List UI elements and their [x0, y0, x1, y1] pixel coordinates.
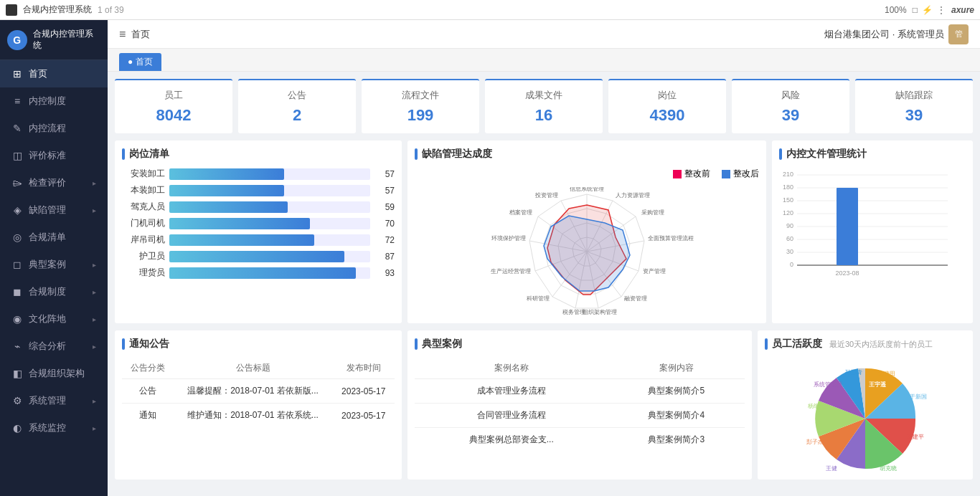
svg-text:孙乙青: 孙乙青	[845, 369, 862, 376]
stat-value-2: 199	[369, 106, 472, 125]
sidebar-label-jiancha-pingjia: 检查评价	[29, 176, 87, 189]
pos-bar-wrap-2	[169, 201, 370, 213]
main-layout: G 合规内控管理系统 ⊞ 首页 ≡ 内控制度 ✎ 内控流程 ◫ 评价标准 ⌲ 检…	[0, 20, 980, 496]
svg-text:于新国: 于新国	[910, 394, 927, 400]
file-stats-panel: 内控文件管理统计 210 180 150 120 90 60 30 0	[772, 140, 973, 323]
sidebar-icon-neikong-zhidu: ≡	[11, 95, 23, 107]
pos-bar-4	[169, 234, 314, 246]
sidebar-label-hegui-zuzhi: 合规组织架构	[29, 367, 96, 380]
logo-text: 合规内控管理系统	[33, 29, 100, 51]
svg-text:信息系统管理: 信息系统管理	[570, 187, 604, 192]
sidebar-logo: G 合规内控管理系统	[0, 20, 108, 60]
sidebar-item-dianxing-anli[interactable]: ◻ 典型案例 ▸	[0, 251, 108, 278]
svg-text:融资管理: 融资管理	[624, 295, 647, 302]
pos-bar-wrap-3	[169, 218, 370, 229]
sidebar-icon-pingjia-biaozhun: ◫	[11, 150, 23, 161]
sidebar-label-hegui-qingdan: 合规清单	[29, 231, 96, 244]
stat-card-1: 公告 2	[238, 79, 356, 133]
sidebar-label-pingjia-biaozhun: 评价标准	[29, 149, 96, 162]
tab-home[interactable]: ● 首页	[119, 53, 161, 71]
sidebar-item-home[interactable]: ⊞ 首页	[0, 60, 108, 87]
svg-text:系统管理员: 系统管理员	[814, 381, 842, 388]
legend-before-icon	[673, 170, 682, 178]
flash-icon[interactable]: ⚡	[922, 5, 933, 15]
sidebar-item-pingjia-biaozhun[interactable]: ◫ 评价标准	[0, 142, 108, 169]
pos-item-5: 护卫员 87	[122, 250, 395, 262]
sidebar-item-xitong-guanli[interactable]: ⚙ 系统管理 ▸	[0, 387, 108, 414]
pos-num-6: 93	[373, 268, 395, 278]
sidebar-item-zonghe-fenxi[interactable]: ⌁ 综合分析 ▸	[0, 333, 108, 360]
pos-num-5: 87	[373, 252, 395, 262]
sidebar-arrow-xitong-jiankong: ▸	[93, 424, 96, 432]
stat-card-5: 风险 39	[732, 79, 849, 133]
sidebar-arrow-wenhua-zhendi: ▸	[93, 315, 96, 323]
svg-text:王健: 王健	[826, 465, 837, 472]
activity-title-row: 员工活跃度 最近30天内活跃度前十的员工	[765, 338, 966, 350]
brand-logo: axure	[951, 5, 974, 15]
sidebar-item-hegui-zhidu[interactable]: ◼ 合规制度 ▸	[0, 278, 108, 305]
case-name-0: 成本管理业务流程	[415, 379, 608, 404]
sidebar-item-xitong-jiankong[interactable]: ◐ 系统监控 ▸	[0, 414, 108, 442]
sidebar-item-hegui-zuzhi[interactable]: ◧ 合规组织架构	[0, 360, 108, 387]
sidebar-item-neikong-zhidu[interactable]: ≡ 内控制度	[0, 87, 108, 115]
activity-panel: 员工活跃度 最近30天内活跃度前十的员工	[758, 330, 973, 480]
sidebar-icon-dianxing-anli: ◻	[11, 259, 23, 270]
stat-value-0: 8042	[122, 106, 225, 125]
activity-pie-chart: 刘晓田 于新国 王建平 胡克晓 王健 彭子杰 杨纲 系统管理员 孙乙青 王宇遥	[793, 358, 937, 472]
notice-date-0: 2023-05-17	[333, 379, 395, 404]
case-panel: 典型案例 案例名称 案例内容 成本管理业务流程 典型案例简介5 合同管理业务流程…	[407, 330, 752, 480]
sidebar-item-hegui-qingdan[interactable]: ◎ 合规清单	[0, 224, 108, 251]
notice-panel: 通知公告 公告分类 公告标题 发布时间 公告 温馨提醒：2018-07-01 若…	[115, 330, 402, 480]
case-content-1: 典型案例简介4	[608, 404, 745, 428]
window-controls[interactable]: □ ⚡ ⋮	[913, 5, 946, 15]
svg-text:90: 90	[786, 222, 793, 229]
svg-text:120: 120	[783, 209, 793, 216]
case-name-2: 典型案例总部资金支...	[415, 428, 608, 452]
pos-bar-wrap-6	[169, 267, 370, 279]
case-row-2: 典型案例总部资金支... 典型案例简介3	[415, 428, 745, 452]
breadcrumb: 首页	[131, 28, 150, 41]
svg-text:30: 30	[786, 248, 793, 255]
stat-label-0: 员工	[122, 89, 225, 102]
stat-value-6: 39	[862, 106, 966, 125]
sidebar-item-wenhua-zhendi[interactable]: ◉ 文化阵地 ▸	[0, 305, 108, 333]
stat-card-6: 缺陷跟踪 39	[855, 79, 973, 133]
pos-item-2: 驾克人员 59	[122, 201, 395, 213]
sidebar-item-jiancha-pingjia[interactable]: ⌲ 检查评价 ▸	[0, 169, 108, 196]
page-content: 员工 8042 公告 2 流程文件 199 成果文件 16 岗位 4390 风险…	[108, 72, 980, 496]
pos-item-1: 本装卸工 57	[122, 184, 395, 196]
defect-panel: 缺陷管理达成度 整改前 整改后	[407, 140, 766, 323]
notice-date-1: 2023-05-17	[333, 404, 395, 428]
sidebar-nav: ⊞ 首页 ≡ 内控制度 ✎ 内控流程 ◫ 评价标准 ⌲ 检查评价 ▸ ◈ 缺陷管…	[0, 60, 108, 442]
svg-text:胡克晓: 胡克晓	[880, 465, 897, 472]
case-title: 典型案例	[415, 338, 745, 350]
sidebar-item-quexian-guanli[interactable]: ◈ 缺陷管理 ▸	[0, 196, 108, 224]
pos-bar-6	[169, 267, 356, 279]
legend-after: 整改后	[722, 168, 759, 180]
svg-text:210: 210	[783, 171, 793, 178]
notice-col-date: 发布时间	[333, 358, 395, 379]
stat-card-2: 流程文件 199	[362, 79, 479, 133]
sidebar-icon-hegui-zuzhi: ◧	[11, 368, 23, 379]
sidebar-item-neikong-liucheng[interactable]: ✎ 内控流程	[0, 115, 108, 142]
stats-row: 员工 8042 公告 2 流程文件 199 成果文件 16 岗位 4390 风险…	[115, 79, 973, 133]
hamburger-icon[interactable]: ≡	[119, 28, 126, 41]
user-avatar: 管	[948, 24, 969, 44]
radar-chart: 信息系统管理 人力资源管理 采购管理 全面预算管理流程 资产管理 融资管理 组织…	[472, 187, 702, 316]
stat-label-2: 流程文件	[369, 89, 472, 102]
zoom-level[interactable]: 100%	[885, 5, 907, 15]
stat-label-3: 成果文件	[492, 89, 595, 102]
sidebar-icon-home: ⊞	[11, 68, 23, 80]
sidebar-icon-wenhua-zhendi: ◉	[11, 313, 23, 325]
pos-num-2: 59	[373, 202, 395, 212]
sidebar-label-neikong-zhidu: 内控制度	[29, 95, 96, 108]
minimize-icon[interactable]: □	[913, 5, 918, 15]
more-icon[interactable]: ⋮	[937, 5, 946, 15]
pos-bar-wrap-4	[169, 234, 370, 246]
pos-label-1: 本装卸工	[122, 184, 165, 196]
svg-text:档案管理: 档案管理	[509, 209, 532, 216]
svg-text:组织架构管理: 组织架构管理	[583, 309, 617, 315]
case-name-1: 合同管理业务流程	[415, 404, 608, 428]
logo-icon: G	[7, 30, 27, 50]
pos-label-6: 理货员	[122, 267, 165, 279]
